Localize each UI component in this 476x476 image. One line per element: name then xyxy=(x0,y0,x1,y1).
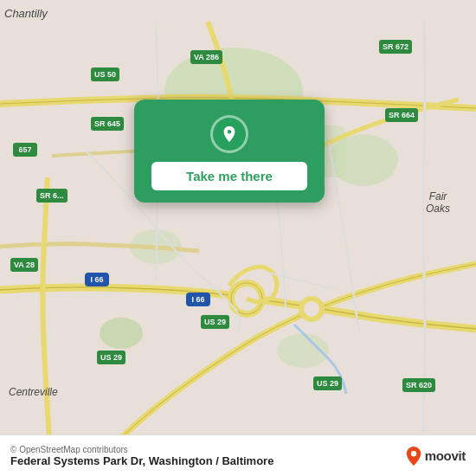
badge-sr620: SR 620 xyxy=(402,378,435,392)
badge-va286: VA 286 xyxy=(190,50,222,64)
osm-credit: © OpenStreetMap contributors xyxy=(10,445,273,454)
fair-oaks-label: FairOaks xyxy=(426,190,450,215)
svg-point-10 xyxy=(410,451,415,456)
badge-657: 657 xyxy=(13,143,37,157)
badge-sr672: SR 672 xyxy=(379,40,412,54)
location-pin-icon xyxy=(210,115,248,153)
moovit-logo: moovit xyxy=(406,447,466,466)
badge-i66b: I 66 xyxy=(186,293,210,306)
badge-va28: VA 28 xyxy=(10,258,38,272)
svg-point-5 xyxy=(100,318,143,349)
location-name: Federal Systems Park Dr, Washington / Ba… xyxy=(10,454,273,467)
chantilly-label: Chantilly xyxy=(4,7,48,20)
destination-card: Take me there xyxy=(134,100,325,203)
moovit-pin-icon xyxy=(406,447,421,466)
badge-sr664: SR 664 xyxy=(385,108,418,122)
badge-us50: US 50 xyxy=(91,68,119,81)
badge-us29a: US 29 xyxy=(201,315,229,329)
map-container: Chantilly FairOaks Centreville US 50 VA … xyxy=(0,0,476,476)
badge-sr6x: SR 6... xyxy=(36,189,68,203)
map-attribution: © OpenStreetMap contributors Federal Sys… xyxy=(10,445,273,467)
badge-us29b: US 29 xyxy=(97,351,125,364)
badge-sr645: SR 645 xyxy=(91,117,124,131)
badge-us29c: US 29 xyxy=(313,376,342,390)
map-roads xyxy=(0,0,476,476)
moovit-text: moovit xyxy=(425,448,466,463)
svg-point-9 xyxy=(301,299,322,319)
take-me-there-button[interactable]: Take me there xyxy=(151,162,307,190)
centreville-label: Centreville xyxy=(9,386,58,398)
bottom-bar: © OpenStreetMap contributors Federal Sys… xyxy=(0,434,476,476)
badge-i66a: I 66 xyxy=(85,273,109,286)
